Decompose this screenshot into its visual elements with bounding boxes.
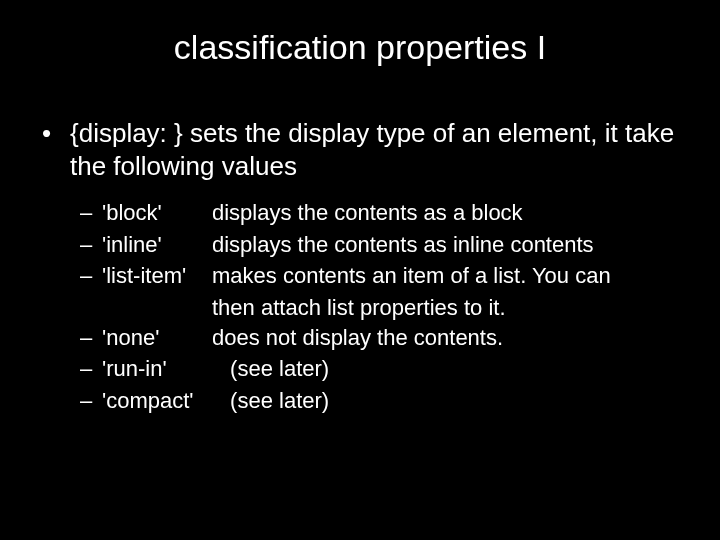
term: 'compact' bbox=[102, 386, 224, 416]
term: 'run-in' bbox=[102, 354, 224, 384]
description: (see later) bbox=[224, 388, 329, 413]
term: 'none' bbox=[102, 323, 212, 353]
description-continuation: then attach list properties to it. bbox=[80, 293, 690, 323]
description: (see later) bbox=[224, 356, 329, 381]
list-item: 'none'does not display the contents. bbox=[80, 323, 690, 353]
list-item: 'list-item'makes contents an item of a l… bbox=[80, 261, 690, 291]
term: 'inline' bbox=[102, 230, 212, 260]
slide-title: classification properties I bbox=[30, 28, 690, 67]
list-item: 'compact' (see later) bbox=[80, 386, 690, 416]
term: 'list-item' bbox=[102, 261, 212, 291]
main-bullet: {display: } sets the display type of an … bbox=[42, 117, 690, 182]
term: 'block' bbox=[102, 198, 212, 228]
list-item: 'block'displays the contents as a block bbox=[80, 198, 690, 228]
description: makes contents an item of a list. You ca… bbox=[212, 263, 611, 288]
description: displays the contents as a block bbox=[212, 200, 523, 225]
description: displays the contents as inline contents bbox=[212, 232, 594, 257]
description: does not display the contents. bbox=[212, 325, 503, 350]
list-item: 'inline'displays the contents as inline … bbox=[80, 230, 690, 260]
slide: classification properties I {display: } … bbox=[0, 0, 720, 540]
sub-list: 'block'displays the contents as a block … bbox=[80, 198, 690, 416]
list-item: 'run-in' (see later) bbox=[80, 354, 690, 384]
